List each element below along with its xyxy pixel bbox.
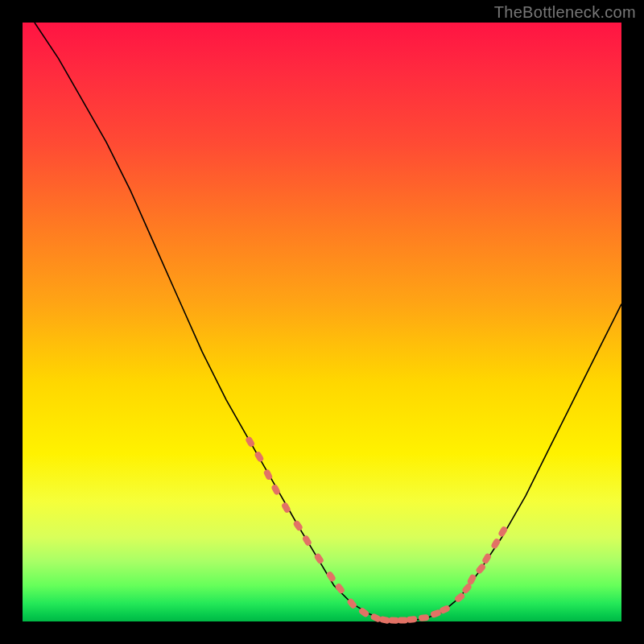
highlight-dot xyxy=(490,538,502,550)
curve-svg xyxy=(23,23,621,621)
highlight-dot xyxy=(497,526,509,538)
highlight-dots-group xyxy=(245,436,509,624)
highlight-dot xyxy=(407,616,418,623)
highlight-dot xyxy=(245,436,256,448)
highlight-dot xyxy=(292,519,303,531)
watermark-text: TheBottleneck.com xyxy=(494,3,636,22)
highlight-dot xyxy=(334,583,345,595)
highlight-dot xyxy=(325,571,336,583)
highlight-dot xyxy=(475,563,486,575)
highlight-dot xyxy=(302,535,313,547)
plot-area xyxy=(23,23,621,621)
chart-frame: TheBottleneck.com xyxy=(0,0,644,644)
highlight-dot xyxy=(419,614,430,622)
bottleneck-curve-path xyxy=(35,23,621,621)
curve-group xyxy=(35,23,621,621)
highlight-dot xyxy=(254,451,265,463)
highlight-dot xyxy=(398,617,408,623)
